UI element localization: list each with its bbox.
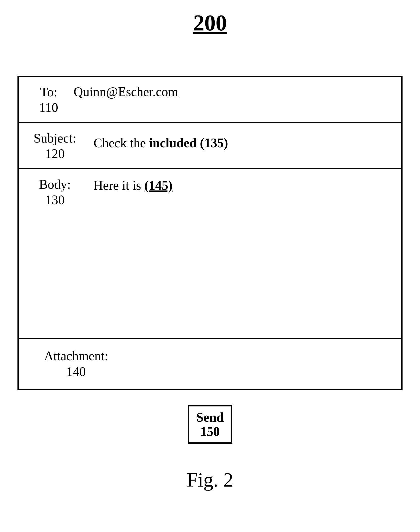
send-ref-number: 150: [200, 424, 220, 439]
to-field-row: To: 110 Quinn@Escher.com: [19, 77, 401, 123]
to-value[interactable]: Quinn@Escher.com: [71, 83, 178, 99]
body-prefix-text: Here it is: [94, 178, 144, 192]
subject-label-text: Subject:: [34, 131, 76, 145]
body-label-text: Body:: [39, 177, 71, 191]
email-compose-form: To: 110 Quinn@Escher.com Subject: 120 Ch…: [17, 76, 403, 390]
to-label: To: 110: [26, 83, 71, 116]
send-button[interactable]: Send 150: [188, 405, 233, 444]
subject-prefix-text: Check the: [94, 136, 149, 150]
body-field-row: Body: 130 Here it is (145): [19, 169, 401, 339]
subject-highlight-text: included (135): [149, 136, 228, 150]
subject-value[interactable]: Check the included (135): [84, 129, 228, 150]
attachment-label: Attachment: 140: [26, 348, 111, 379]
send-button-container: Send 150: [17, 405, 403, 444]
subject-ref-number: 120: [45, 147, 65, 161]
to-label-text: To:: [40, 85, 57, 99]
attachment-label-text: Attachment:: [44, 349, 108, 363]
attachment-ref-number: 140: [66, 364, 86, 379]
body-label: Body: 130: [26, 176, 84, 208]
attachment-field-row: Attachment: 140: [19, 339, 401, 389]
figure-caption: Fig. 2: [17, 469, 403, 491]
to-ref-number: 110: [39, 100, 58, 115]
subject-field-row: Subject: 120 Check the included (135): [19, 123, 401, 169]
body-value[interactable]: Here it is (145): [84, 176, 172, 193]
subject-label: Subject: 120: [26, 129, 84, 162]
send-button-label: Send: [196, 410, 224, 424]
figure-number: 200: [17, 10, 403, 36]
body-ref-number: 130: [45, 193, 65, 207]
body-highlight-text: (145): [144, 178, 173, 192]
